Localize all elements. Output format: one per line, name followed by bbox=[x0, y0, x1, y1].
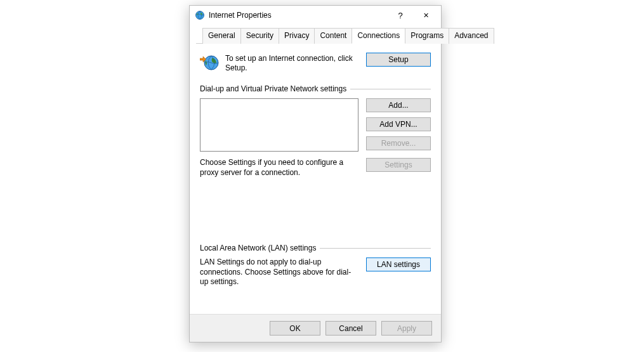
titlebar-title: Internet Properties bbox=[209, 11, 388, 20]
dialup-listbox[interactable] bbox=[200, 98, 358, 152]
tab-advanced[interactable]: Advanced bbox=[449, 28, 494, 44]
intro-text: To set up an Internet connection, click … bbox=[225, 53, 361, 73]
lan-help-text: LAN Settings do not apply to dial-up con… bbox=[200, 257, 358, 287]
help-button[interactable]: ? bbox=[388, 6, 413, 24]
globe-arrow-icon bbox=[200, 53, 220, 73]
internet-properties-dialog: Internet Properties ? ✕ General Security… bbox=[189, 5, 442, 342]
dialup-group-header: Dial-up and Virtual Private Network sett… bbox=[200, 84, 431, 93]
tab-privacy[interactable]: Privacy bbox=[279, 28, 315, 44]
ok-button[interactable]: OK bbox=[270, 321, 320, 336]
titlebar: Internet Properties ? ✕ bbox=[190, 6, 441, 25]
cancel-button[interactable]: Cancel bbox=[325, 321, 376, 336]
setup-button[interactable]: Setup bbox=[366, 53, 431, 67]
tab-general[interactable]: General bbox=[202, 28, 241, 44]
lan-settings-button[interactable]: LAN settings bbox=[366, 257, 431, 271]
tabs: General Security Privacy Content Connect… bbox=[196, 27, 435, 44]
tab-panel-connections: To set up an Internet connection, click … bbox=[190, 44, 441, 294]
settings-button: Settings bbox=[366, 158, 431, 172]
add-button[interactable]: Add... bbox=[366, 98, 431, 112]
proxy-help-text: Choose Settings if you need to configure… bbox=[200, 158, 358, 178]
internet-options-icon bbox=[195, 10, 205, 20]
remove-button: Remove... bbox=[366, 136, 431, 150]
lan-group-header: Local Area Network (LAN) settings bbox=[200, 244, 431, 252]
close-button[interactable]: ✕ bbox=[413, 6, 438, 24]
tab-programs[interactable]: Programs bbox=[405, 28, 449, 44]
tab-content[interactable]: Content bbox=[314, 28, 352, 44]
tab-connections[interactable]: Connections bbox=[352, 28, 405, 44]
dialog-footer: OK Cancel Apply bbox=[190, 314, 441, 342]
tab-security[interactable]: Security bbox=[240, 28, 279, 44]
apply-button: Apply bbox=[381, 321, 432, 336]
add-vpn-button[interactable]: Add VPN... bbox=[366, 117, 431, 131]
